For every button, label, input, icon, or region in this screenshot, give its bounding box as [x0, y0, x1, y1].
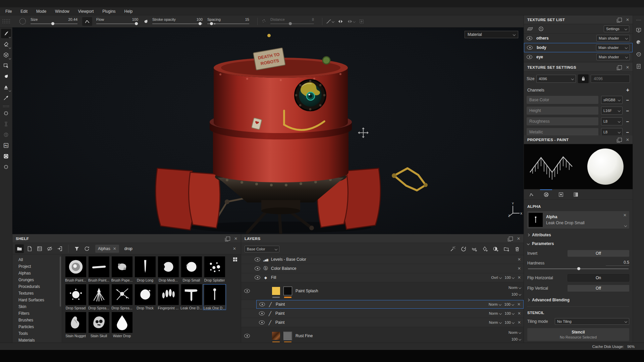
color-picker-tool-button[interactable]: [1, 93, 11, 103]
undock-icon[interactable]: [226, 237, 230, 241]
3d-viewport[interactable]: DEATH TO ROBOTS Material: [12, 27, 524, 234]
menu-item[interactable]: Plugins: [102, 9, 115, 14]
size-slider[interactable]: [31, 22, 77, 25]
shading-mode-dropdown[interactable]: Material: [465, 31, 518, 38]
close-icon[interactable]: ✕: [626, 18, 629, 22]
layer-visibility-icon[interactable]: [259, 302, 265, 306]
delete-layer-icon[interactable]: [514, 246, 520, 252]
shelf-category-item[interactable]: Procedurals: [12, 283, 62, 290]
layer-opacity-dropdown[interactable]: 100: [505, 311, 514, 315]
channel-filter-dropdown[interactable]: Base Color: [245, 246, 279, 252]
add-layer-icon[interactable]: [471, 246, 477, 252]
layer-row[interactable]: Paint Norm 100 ✕: [241, 300, 524, 309]
size-height-field[interactable]: 4096: [591, 75, 630, 83]
flip-vertical-toggle[interactable]: Off: [568, 285, 629, 292]
blend-mode-dropdown[interactable]: Ovrl: [491, 276, 501, 280]
shelf-item[interactable]: Stain Skull: [87, 312, 110, 338]
shelf-item[interactable]: Leak One D...: [203, 284, 226, 310]
shelf-item[interactable]: Brush Paint...: [87, 256, 110, 282]
shelf-item[interactable]: Drop Sprea...: [110, 284, 133, 310]
texture-set-row[interactable]: eye Main shader: [524, 52, 633, 62]
stroke-opacity-slider[interactable]: [152, 22, 203, 25]
layer-visibility-icon[interactable]: [259, 320, 265, 324]
shelf-item[interactable]: Fingerprint ...: [157, 284, 180, 310]
layer-row[interactable]: Fill Ovrl 100 ✕: [241, 273, 524, 282]
alpha-dropdown-chevron-icon[interactable]: [624, 224, 627, 227]
clear-alpha-icon[interactable]: ✕: [623, 213, 627, 217]
projection-tool-button[interactable]: [1, 50, 11, 60]
hardness-value[interactable]: 0.5: [606, 260, 629, 266]
shelf-category-item[interactable]: Brushes: [12, 317, 62, 323]
dock-grip-handle[interactable]: [636, 19, 641, 21]
shelf-category-item[interactable]: Skin: [12, 303, 62, 310]
shader-dropdown[interactable]: Main shader: [596, 35, 630, 42]
photoshop-export-plugin-button[interactable]: [1, 141, 11, 150]
hardness-slider[interactable]: [528, 267, 629, 270]
blend-mode-dropdown[interactable]: Norm: [508, 330, 521, 335]
stencil-resource-button[interactable]: Stencil No Resource Selected: [527, 328, 629, 341]
texture-set-row[interactable]: others Main shader: [524, 34, 633, 43]
channel-format-dropdown[interactable]: L16F: [601, 107, 623, 115]
shelf-category-item[interactable]: Alphas: [12, 270, 62, 277]
layer-content-thumbnail[interactable]: [272, 287, 280, 295]
toolbar-grip-handle[interactable]: [2, 19, 11, 24]
layer-opacity-dropdown[interactable]: 100: [504, 302, 514, 306]
shelf-item[interactable]: Drop Sprea...: [87, 284, 110, 310]
tab-alpha[interactable]: [539, 189, 553, 199]
solo-visibility-icon[interactable]: [538, 26, 544, 32]
remove-channel-button[interactable]: −: [625, 97, 630, 103]
advanced-blending-toggle[interactable]: Advanced Blending: [527, 298, 629, 302]
shelf-category-item[interactable]: Grunges: [12, 277, 62, 283]
hide-resources-button[interactable]: [45, 244, 54, 253]
layer-opacity-dropdown[interactable]: 100: [505, 276, 514, 280]
undock-icon[interactable]: [618, 65, 622, 69]
size-dropdown[interactable]: 4096: [536, 75, 576, 83]
parameters-section-toggle[interactable]: Parameters: [527, 241, 629, 246]
tab-brush[interactable]: [524, 189, 539, 199]
blend-mode-dropdown[interactable]: Norm: [508, 286, 521, 290]
shelf-item[interactable]: Drop Small: [180, 256, 203, 282]
tiling-mode-dropdown[interactable]: No Tiling: [555, 318, 629, 325]
add-effect-icon[interactable]: [450, 246, 456, 252]
symmetry-settings-icon[interactable]: [347, 18, 355, 24]
iray-render-plugin-button[interactable]: [1, 152, 11, 161]
add-mask-icon[interactable]: [493, 246, 499, 252]
filter-chip-alphas[interactable]: Alphas✕: [95, 245, 119, 253]
tab-stencil[interactable]: [553, 189, 568, 199]
shelf-item[interactable]: Drop Thick: [133, 284, 157, 310]
undock-icon[interactable]: [618, 138, 622, 142]
shader-dropdown[interactable]: Main shader: [596, 54, 630, 60]
export-resources-button[interactable]: [35, 244, 44, 253]
channel-format-dropdown[interactable]: L8: [601, 128, 623, 135]
paint-tool-button[interactable]: [1, 29, 11, 38]
menu-item[interactable]: Edit: [20, 9, 28, 14]
brush-preset-button[interactable]: [82, 17, 92, 26]
add-smart-material-icon[interactable]: [461, 246, 467, 252]
layer-mask-thumbnail[interactable]: [283, 287, 292, 295]
shelf-category-item[interactable]: Project: [12, 263, 62, 270]
remove-layer-icon[interactable]: ✕: [518, 276, 521, 280]
shader-dropdown[interactable]: Main shader: [596, 44, 630, 51]
remove-layer-icon[interactable]: ✕: [518, 266, 521, 270]
symmetry-icon[interactable]: [337, 18, 343, 24]
layer-row[interactable]: Rust Fine Norm 100: [241, 327, 524, 342]
menu-item[interactable]: Viewport: [78, 9, 94, 14]
shelf-item[interactable]: Water Drop: [110, 312, 133, 338]
add-fill-layer-icon[interactable]: [482, 246, 488, 252]
shelf-item[interactable]: Leak One D...: [180, 284, 203, 310]
undock-icon[interactable]: [509, 237, 513, 241]
resources-updater-plugin-button[interactable]: [1, 162, 11, 172]
filter-icon[interactable]: [72, 244, 81, 253]
layer-visibility-icon[interactable]: [259, 311, 265, 315]
shelf-category-item[interactable]: Textures: [12, 290, 62, 297]
remove-channel-button[interactable]: −: [625, 119, 630, 124]
remove-channel-button[interactable]: −: [625, 129, 630, 135]
undock-icon[interactable]: [618, 18, 622, 22]
layer-opacity-dropdown[interactable]: 100: [512, 292, 521, 296]
close-icon[interactable]: ✕: [626, 138, 629, 142]
remove-channel-button[interactable]: −: [625, 108, 630, 114]
shelf-item[interactable]: Drop Splatter: [203, 256, 226, 282]
substance-gear-plugin-button[interactable]: [1, 109, 11, 118]
blend-mode-dropdown[interactable]: Norm: [489, 302, 501, 306]
add-channel-button[interactable]: +: [626, 87, 629, 93]
